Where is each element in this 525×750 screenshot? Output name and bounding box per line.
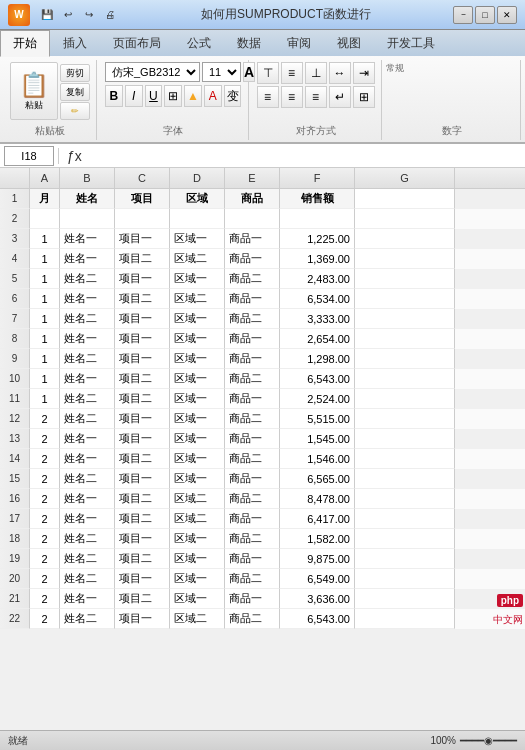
copy-btn[interactable]: 复制 [60,83,90,101]
header-sales[interactable]: 销售额 [280,189,355,209]
align-bottom-btn[interactable]: ⊥ [305,62,327,84]
cell-c18[interactable]: 项目一 [115,529,170,549]
cell-d9[interactable]: 区域一 [170,349,225,369]
tab-formulas[interactable]: 公式 [174,30,224,56]
paste-button[interactable]: 📋 粘贴 [10,62,58,120]
header-region[interactable]: 区域 [170,189,225,209]
wrap-text-btn[interactable]: ↵ [329,86,351,108]
minimize-btn[interactable]: － [453,6,473,24]
cell-b7[interactable]: 姓名二 [60,309,115,329]
cell-b18[interactable]: 姓名二 [60,529,115,549]
cell-a8[interactable]: 1 [30,329,60,349]
cell-a17[interactable]: 2 [30,509,60,529]
cell-g11[interactable] [355,389,455,409]
formula-input[interactable] [90,146,521,166]
bold-btn[interactable]: B [105,85,123,107]
cell-b15[interactable]: 姓名二 [60,469,115,489]
cell-g17[interactable] [355,509,455,529]
cell-f16[interactable]: 8,478.00 [280,489,355,509]
cell-g14[interactable] [355,449,455,469]
cell-f20[interactable]: 6,549.00 [280,569,355,589]
header-month[interactable]: 月 [30,189,60,209]
cell-e11[interactable]: 商品一 [225,389,280,409]
cell-a14[interactable]: 2 [30,449,60,469]
tab-insert[interactable]: 插入 [50,30,100,56]
cell-c10[interactable]: 项目二 [115,369,170,389]
indent-btn[interactable]: ⇥ [353,62,375,84]
cell-d5[interactable]: 区域一 [170,269,225,289]
cell-b13[interactable]: 姓名一 [60,429,115,449]
cell-c8[interactable]: 项目一 [115,329,170,349]
cell-g20[interactable] [355,569,455,589]
cell-a22[interactable]: 2 [30,609,60,629]
cell-b19[interactable]: 姓名二 [60,549,115,569]
cell-g9[interactable] [355,349,455,369]
col-header-d[interactable]: D [170,168,225,188]
cell-c5[interactable]: 项目一 [115,269,170,289]
cell-e6[interactable]: 商品一 [225,289,280,309]
col-header-c[interactable]: C [115,168,170,188]
header-name[interactable]: 姓名 [60,189,115,209]
cell-e14[interactable]: 商品二 [225,449,280,469]
col-header-f[interactable]: F [280,168,355,188]
cell-b3[interactable]: 姓名一 [60,229,115,249]
undo-btn[interactable]: ↩ [59,6,77,24]
cell-d18[interactable]: 区域一 [170,529,225,549]
text-direction-btn[interactable]: ↔ [329,62,351,84]
cell-f17[interactable]: 6,417.00 [280,509,355,529]
cell-a13[interactable]: 2 [30,429,60,449]
cell-a20[interactable]: 2 [30,569,60,589]
tab-page-layout[interactable]: 页面布局 [100,30,174,56]
cell-c6[interactable]: 项目二 [115,289,170,309]
col-header-b[interactable]: B [60,168,115,188]
cell-e9[interactable]: 商品一 [225,349,280,369]
cell-e20[interactable]: 商品二 [225,569,280,589]
cell-f3[interactable]: 1,225.00 [280,229,355,249]
merge-btn[interactable]: ⊞ [353,86,375,108]
align-center-btn[interactable]: ≡ [281,86,303,108]
italic-btn[interactable]: I [125,85,143,107]
cell-f4[interactable]: 1,369.00 [280,249,355,269]
header-project[interactable]: 项目 [115,189,170,209]
cell-c4[interactable]: 项目二 [115,249,170,269]
maximize-btn[interactable]: □ [475,6,495,24]
cell-g3[interactable] [355,229,455,249]
cell-f8[interactable]: 2,654.00 [280,329,355,349]
redo-btn[interactable]: ↪ [80,6,98,24]
cell-e5[interactable]: 商品二 [225,269,280,289]
cell-c19[interactable]: 项目二 [115,549,170,569]
cell-c20[interactable]: 项目一 [115,569,170,589]
cell-a10[interactable]: 1 [30,369,60,389]
cell-e16[interactable]: 商品二 [225,489,280,509]
cell-b17[interactable]: 姓名一 [60,509,115,529]
cell-d17[interactable]: 区域二 [170,509,225,529]
cell-d10[interactable]: 区域一 [170,369,225,389]
cell-a11[interactable]: 1 [30,389,60,409]
cell-reference[interactable] [4,146,54,166]
cell-a4[interactable]: 1 [30,249,60,269]
cell-b10[interactable]: 姓名一 [60,369,115,389]
cell-a12[interactable]: 2 [30,409,60,429]
change-case-btn[interactable]: 变 [224,85,242,107]
cell-b2[interactable] [60,209,115,229]
cell-a7[interactable]: 1 [30,309,60,329]
col-header-e[interactable]: E [225,168,280,188]
cell-a6[interactable]: 1 [30,289,60,309]
cell-a3[interactable]: 1 [30,229,60,249]
cell-f2[interactable] [280,209,355,229]
cell-b6[interactable]: 姓名一 [60,289,115,309]
cell-a15[interactable]: 2 [30,469,60,489]
cell-g5[interactable] [355,269,455,289]
cell-f19[interactable]: 9,875.00 [280,549,355,569]
font-color-btn[interactable]: A [204,85,222,107]
cell-e10[interactable]: 商品二 [225,369,280,389]
cell-g4[interactable] [355,249,455,269]
cell-g7[interactable] [355,309,455,329]
cell-d13[interactable]: 区域一 [170,429,225,449]
border-btn[interactable]: ⊞ [164,85,182,107]
cell-d21[interactable]: 区域一 [170,589,225,609]
cell-g15[interactable] [355,469,455,489]
header-extra[interactable] [355,189,455,209]
align-top-btn[interactable]: ⊤ [257,62,279,84]
cell-a16[interactable]: 2 [30,489,60,509]
